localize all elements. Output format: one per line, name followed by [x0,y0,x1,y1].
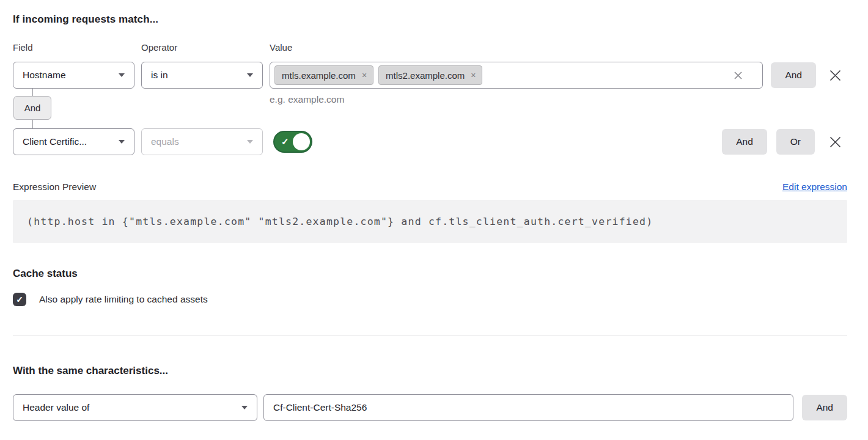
add-and-condition-button[interactable]: And [771,62,816,88]
characteristic-select-value: Header value of [23,402,89,413]
cache-checkbox-row: ✓ Also apply rate limiting to cached ass… [13,293,847,306]
cached-assets-checkbox[interactable]: ✓ [13,293,26,306]
value-tag-text: mtls.example.com [282,70,356,81]
value-tag: mtls.example.com × [274,65,373,85]
section-divider [13,335,847,336]
chevron-down-icon [247,140,253,144]
characteristics-row: Header value of And [13,394,847,421]
chevron-down-icon [247,73,253,77]
condition-row-1: Hostname is in mtls.example.com × mtls2.… [13,62,847,89]
value-multiselect[interactable]: mtls.example.com × mtls2.example.com × [270,62,763,89]
add-characteristic-button[interactable]: And [802,395,847,420]
field-select-2-value: Client Certific... [23,136,87,147]
connector-line [32,120,33,128]
value-tag-text: mtls2.example.com [386,70,465,81]
condition-row-2: Client Certific... equals ✓ And Or [13,128,847,155]
chevron-down-icon [119,73,125,77]
value-tag: mtls2.example.com × [378,65,482,85]
rule-builder-page: If incoming requests match... Field Oper… [0,0,868,421]
condition-connector-button[interactable]: And [13,96,51,120]
chevron-down-icon [241,406,248,409]
expression-code-block: (http.host in {"mtls.example.com" "mtls2… [13,200,847,243]
value-box-controls [734,71,754,80]
remove-condition-icon[interactable] [828,68,842,82]
operator-select-1-value: is in [151,70,168,81]
connector-line [32,89,33,96]
toggle-knob [293,133,310,150]
remove-condition-icon[interactable] [828,135,842,149]
cache-status-title: Cache status [13,268,847,280]
checkbox-check-icon: ✓ [16,295,23,304]
value-column-label: Value [270,42,847,53]
field-select-1[interactable]: Hostname [13,62,134,89]
characteristics-title: With the same characteristics... [13,365,847,377]
expression-code: (http.host in {"mtls.example.com" "mtls2… [27,216,653,227]
cache-checkbox-label: Also apply rate limiting to cached asset… [39,294,208,305]
expression-preview-label: Expression Preview [13,182,96,193]
connector-strip: And e.g. example.com [13,89,847,128]
operator-select-2-value: equals [151,136,179,147]
header-name-input[interactable] [263,394,793,421]
cert-verified-toggle[interactable]: ✓ [273,131,312,153]
operator-column-label: Operator [141,42,270,53]
field-select-2[interactable]: Client Certific... [13,128,134,155]
chevron-down-icon [119,140,125,144]
operator-select-2: equals [141,128,263,155]
clear-values-icon[interactable] [734,71,743,80]
match-section-title: If incoming requests match... [13,13,847,26]
expression-preview-header: Expression Preview Edit expression [13,182,847,193]
edit-expression-link[interactable]: Edit expression [782,182,847,193]
operator-select-1[interactable]: is in [141,62,263,89]
add-or-condition-button[interactable]: Or [776,129,815,155]
characteristic-select[interactable]: Header value of [13,394,257,421]
row2-actions: And Or [722,129,847,155]
toggle-check-icon: ✓ [281,136,289,147]
tag-remove-icon[interactable]: × [362,71,367,79]
add-and-condition-button[interactable]: And [722,129,767,155]
field-column-label: Field [13,42,141,53]
tag-remove-icon[interactable]: × [471,71,476,79]
column-labels: Field Operator Value [13,42,847,53]
field-select-1-value: Hostname [23,70,66,81]
value-helper-text: e.g. example.com [270,94,344,105]
